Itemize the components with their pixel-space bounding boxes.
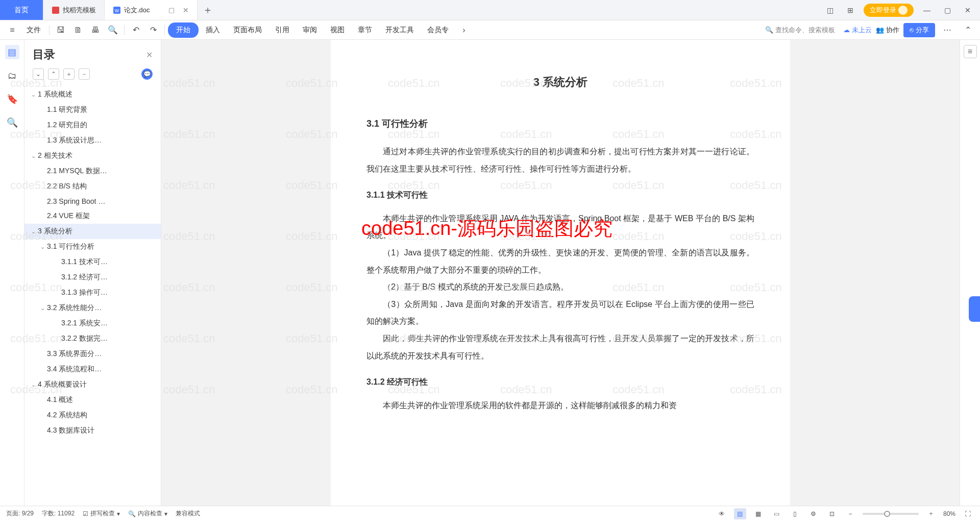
ribbon-more-icon[interactable]: › bbox=[456, 22, 472, 38]
outline-item[interactable]: 3.1.2 经济可… bbox=[24, 270, 161, 285]
outline-item[interactable]: 3.1.3 操作可… bbox=[24, 285, 161, 300]
maximize-button[interactable]: ▢ bbox=[940, 3, 954, 17]
svg-rect-0 bbox=[52, 7, 59, 14]
tab-document[interactable]: W 论文.doc ▢ ✕ bbox=[105, 0, 198, 20]
grid-icon[interactable]: ⊞ bbox=[843, 3, 857, 17]
ribbon-tab-layout[interactable]: 页面布局 bbox=[227, 22, 268, 38]
status-page[interactable]: 页面: 9/29 bbox=[6, 509, 34, 518]
edge-tab[interactable] bbox=[969, 296, 980, 322]
status-spellcheck[interactable]: ☑ 拼写检查 ▾ bbox=[83, 509, 120, 518]
outline-item[interactable]: 2.4 VUE 框架 bbox=[24, 208, 161, 224]
status-words[interactable]: 字数: 11092 bbox=[42, 509, 75, 518]
outline-rail-icon[interactable]: ▤ bbox=[5, 45, 19, 59]
remove-heading-icon[interactable]: － bbox=[79, 68, 90, 80]
outline-close-icon[interactable]: ✕ bbox=[146, 50, 153, 60]
outline-item[interactable]: ⌄3 系统分析 bbox=[24, 224, 161, 239]
login-button[interactable]: 立即登录 bbox=[864, 4, 914, 17]
outline-item[interactable]: 3.4 系统流程和… bbox=[24, 362, 161, 377]
ribbon-tab-review[interactable]: 审阅 bbox=[297, 22, 323, 38]
add-heading-icon[interactable]: ＋ bbox=[63, 68, 75, 80]
outline-item[interactable]: 1.3 系统设计思… bbox=[24, 133, 161, 148]
ribbon-tab-dev[interactable]: 开发工具 bbox=[379, 22, 420, 38]
chevron-down-icon[interactable]: ⌄ bbox=[38, 244, 47, 250]
outline-item[interactable]: 2.3 Spring Boot … bbox=[24, 194, 161, 208]
outline-item[interactable]: 3.2.2 数据完… bbox=[24, 331, 161, 346]
layout-icon[interactable]: ◫ bbox=[823, 3, 837, 17]
outline-item-label: 3.1.1 技术可… bbox=[61, 257, 108, 267]
clipboard-rail-icon[interactable]: 🗂 bbox=[5, 68, 19, 83]
ribbon-tab-vip[interactable]: 会员专 bbox=[421, 22, 455, 38]
search-rail-icon[interactable]: 🔍 bbox=[5, 115, 19, 130]
save-icon[interactable]: 🖫 bbox=[53, 22, 69, 38]
share-button[interactable]: ⎋ 分享 bbox=[903, 23, 935, 37]
cloud-status[interactable]: ☁ 未上云 bbox=[843, 26, 872, 35]
outline-item[interactable]: 2.1 MYSQL 数据… bbox=[24, 163, 161, 179]
status-compat[interactable]: 兼容模式 bbox=[176, 509, 200, 518]
status-contentcheck[interactable]: 🔍 内容检查 ▾ bbox=[128, 509, 167, 518]
chevron-down-icon[interactable]: ⌄ bbox=[29, 228, 38, 235]
chevron-down-icon[interactable]: ⌄ bbox=[29, 382, 38, 388]
outline-item[interactable]: ⌄2 相关技术 bbox=[24, 148, 161, 163]
chevron-down-icon[interactable]: ⌄ bbox=[29, 153, 38, 159]
ribbon-tab-refs[interactable]: 引用 bbox=[269, 22, 296, 38]
outline-item[interactable]: 1.2 研究目的 bbox=[24, 117, 161, 133]
menu-icon[interactable]: ≡ bbox=[4, 22, 20, 38]
doc-paragraph: （1）Java 提供了稳定的性能、优秀的升级性、更快速的开发、更简便的管理、全新… bbox=[366, 244, 754, 278]
outline-item[interactable]: 1.1 研究背景 bbox=[24, 102, 161, 117]
outline-item[interactable]: 3.2.1 系统安… bbox=[24, 316, 161, 331]
outline-view-icon[interactable]: ▦ bbox=[752, 508, 765, 519]
ribbon-tab-section[interactable]: 章节 bbox=[352, 22, 378, 38]
right-rail-toggle-icon[interactable]: ≡ bbox=[964, 45, 977, 58]
tab-template[interactable]: 找稻壳模板 bbox=[43, 0, 105, 20]
print-icon[interactable]: 🖶 bbox=[87, 22, 104, 38]
ribbon-tab-insert[interactable]: 插入 bbox=[200, 22, 226, 38]
zoom-slider[interactable] bbox=[863, 513, 919, 515]
chevron-down-icon[interactable]: ⌄ bbox=[29, 91, 38, 98]
fullscreen-icon[interactable]: ⛶ bbox=[962, 508, 974, 519]
zoom-level[interactable]: 80% bbox=[943, 510, 955, 517]
outline-item[interactable]: 2.2 B/S 结构 bbox=[24, 179, 161, 194]
outline-item[interactable]: 4.3 数据库设计 bbox=[24, 423, 161, 438]
redo-icon[interactable]: ↷ bbox=[145, 22, 161, 38]
preview-icon[interactable]: 🔍 bbox=[105, 22, 121, 38]
outline-item[interactable]: 4.1 概述 bbox=[24, 392, 161, 408]
expand-all-icon[interactable]: ⌃ bbox=[48, 68, 59, 80]
settings-icon[interactable]: ⚙ bbox=[807, 508, 820, 519]
outline-item-label: 2 相关技术 bbox=[38, 151, 72, 160]
focus-mode-icon[interactable]: 👁 bbox=[716, 508, 728, 519]
tab-screen-icon[interactable]: ▢ bbox=[168, 6, 175, 14]
close-button[interactable]: ✕ bbox=[961, 3, 975, 17]
save-as-icon[interactable]: 🗎 bbox=[70, 22, 86, 38]
outline-item[interactable]: ⌄3.1 可行性分析 bbox=[24, 239, 161, 254]
zoom-fit-icon[interactable]: ⊡ bbox=[826, 508, 838, 519]
collapse-all-icon[interactable]: ⌄ bbox=[33, 68, 44, 80]
zoom-out-icon[interactable]: − bbox=[844, 508, 856, 519]
command-search[interactable]: 🔍 查找命令、搜索模板 bbox=[761, 26, 839, 35]
outline-item[interactable]: 4.2 系统结构 bbox=[24, 408, 161, 423]
ribbon-overflow-icon[interactable]: ⋯ bbox=[939, 22, 955, 38]
outline-item-label: 3 系统分析 bbox=[38, 227, 72, 236]
document-area[interactable]: 3 系统分析 3.1 可行性分析 通过对本师生共评的作业管理系统实行的目的初步调… bbox=[161, 40, 960, 506]
collab-button[interactable]: 👥 协作 bbox=[876, 26, 899, 35]
outline-item[interactable]: 3.1.1 技术可… bbox=[24, 254, 161, 270]
tab-add-button[interactable]: ＋ bbox=[198, 0, 218, 20]
tab-home[interactable]: 首页 bbox=[0, 0, 43, 20]
ribbon-tab-view[interactable]: 视图 bbox=[324, 22, 351, 38]
file-menu[interactable]: 文件 bbox=[21, 26, 46, 35]
close-icon[interactable]: ✕ bbox=[183, 6, 189, 14]
page-view-icon[interactable]: ▤ bbox=[734, 508, 746, 519]
ribbon-collapse-icon[interactable]: ⌃ bbox=[960, 22, 976, 38]
zoom-in-icon[interactable]: ＋ bbox=[925, 508, 937, 519]
web-view-icon[interactable]: ▭ bbox=[771, 508, 783, 519]
chevron-down-icon[interactable]: ⌄ bbox=[38, 305, 47, 312]
minimize-button[interactable]: ― bbox=[920, 3, 934, 17]
outline-message-icon[interactable]: 💬 bbox=[141, 68, 153, 80]
outline-item[interactable]: ⌄1 系统概述 bbox=[24, 87, 161, 102]
bookmark-rail-icon[interactable]: 🔖 bbox=[5, 92, 19, 106]
outline-item[interactable]: ⌄4 系统概要设计 bbox=[24, 377, 161, 392]
undo-icon[interactable]: ↶ bbox=[128, 22, 144, 38]
outline-item[interactable]: ⌄3.2 系统性能分… bbox=[24, 300, 161, 316]
ribbon-tab-start[interactable]: 开始 bbox=[168, 22, 199, 38]
read-view-icon[interactable]: ▯ bbox=[789, 508, 801, 519]
outline-item[interactable]: 3.3 系统界面分… bbox=[24, 346, 161, 362]
